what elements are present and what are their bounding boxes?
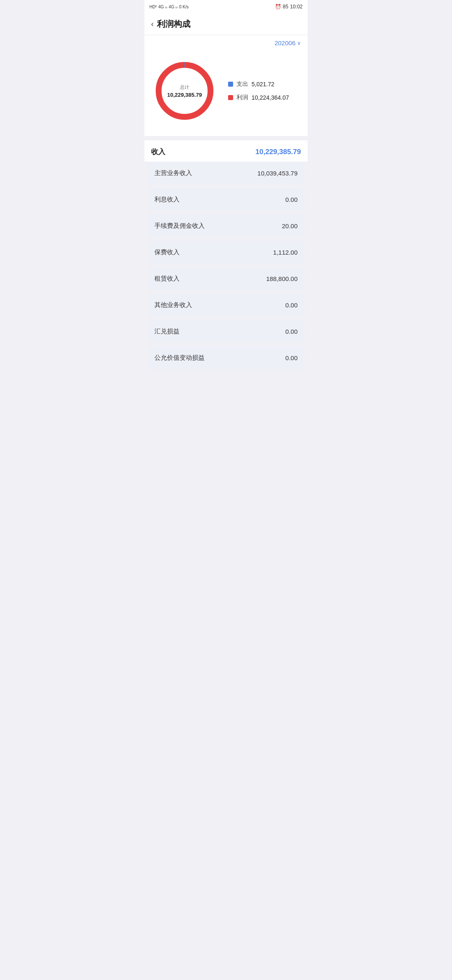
legend-value-expense: 5,021.72 [252, 81, 275, 88]
battery-level: 85 [283, 4, 288, 10]
list-item[interactable]: 其他业务收入 0.00 [148, 294, 304, 317]
donut-label: 总计 [167, 84, 202, 90]
item-value: 0.00 [285, 354, 298, 361]
list-item[interactable]: 公允价值变动损益 0.00 [148, 346, 304, 369]
legend-value-profit: 10,224,364.07 [252, 94, 289, 101]
item-name: 公允价值变动损益 [154, 354, 205, 362]
legend-name-profit: 利润 [236, 94, 248, 101]
list-item[interactable]: 汇兑损益 0.00 [148, 320, 304, 343]
legend-name-expense: 支出 [236, 80, 248, 88]
donut-center: 总计 10,229,385.79 [167, 84, 202, 98]
back-button[interactable]: ‹ [151, 20, 154, 28]
item-value: 20.00 [282, 222, 298, 230]
item-name: 利息收入 [154, 196, 180, 204]
status-left: HD⁰ 4G ᵢₗₗ 4G ᵢₗₗ 0 K/s [149, 5, 189, 9]
item-value: 0.00 [285, 196, 298, 203]
income-header: 收入 10,229,385.79 [144, 140, 308, 162]
item-value: 0.00 [285, 302, 298, 309]
item-name: 汇兑损益 [154, 328, 180, 335]
list-item[interactable]: 租赁收入 188,800.00 [148, 267, 304, 290]
list-item[interactable]: 利息收入 0.00 [148, 188, 304, 211]
period-selector[interactable]: 202006 ∨ [275, 39, 301, 46]
items-list: 主营业务收入 10,039,453.79 利息收入 0.00 手续费及佣金收入 … [144, 162, 308, 373]
chart-section: 总计 10,229,385.79 支出 5,021.72 利润 10,224,3… [144, 49, 308, 136]
item-name: 手续费及佣金收入 [154, 222, 205, 230]
period-label: 202006 [275, 39, 295, 46]
legend-item-profit: 利润 10,224,364.07 [228, 94, 289, 101]
chart-legend: 支出 5,021.72 利润 10,224,364.07 [228, 80, 289, 101]
page-title: 利润构成 [157, 18, 190, 30]
status-right: ⏰ 85 10:02 [275, 4, 303, 10]
chevron-down-icon: ∨ [297, 40, 301, 46]
item-value: 0.00 [285, 328, 298, 335]
donut-value: 10,229,385.79 [167, 92, 202, 98]
donut-chart: 总计 10,229,385.79 [151, 57, 218, 124]
status-icons: HD⁰ 4G ᵢₗₗ 4G ᵢₗₗ 0 K/s [149, 5, 189, 9]
time-display: 10:02 [290, 4, 303, 10]
list-item[interactable]: 手续费及佣金收入 20.00 [148, 214, 304, 237]
income-title: 收入 [151, 147, 165, 157]
list-item[interactable]: 主营业务收入 10,039,453.79 [148, 162, 304, 185]
item-value: 1,112.00 [273, 249, 298, 256]
legend-dot-expense [228, 82, 233, 87]
item-value: 188,800.00 [266, 275, 298, 282]
item-name: 租赁收入 [154, 275, 180, 283]
alarm-icon: ⏰ [275, 4, 281, 10]
item-value: 10,039,453.79 [257, 170, 298, 177]
item-name: 保费收入 [154, 248, 180, 256]
status-bar: HD⁰ 4G ᵢₗₗ 4G ᵢₗₗ 0 K/s ⏰ 85 10:02 [144, 0, 308, 13]
section-divider [144, 136, 308, 140]
legend-dot-profit [228, 95, 233, 100]
item-name: 其他业务收入 [154, 301, 192, 309]
nav-bar: ‹ 利润构成 [144, 13, 308, 35]
income-total: 10,229,385.79 [255, 148, 301, 156]
period-row: 202006 ∨ [144, 35, 308, 49]
legend-item-expense: 支出 5,021.72 [228, 80, 289, 88]
list-item[interactable]: 保费收入 1,112.00 [148, 241, 304, 264]
item-name: 主营业务收入 [154, 169, 192, 177]
